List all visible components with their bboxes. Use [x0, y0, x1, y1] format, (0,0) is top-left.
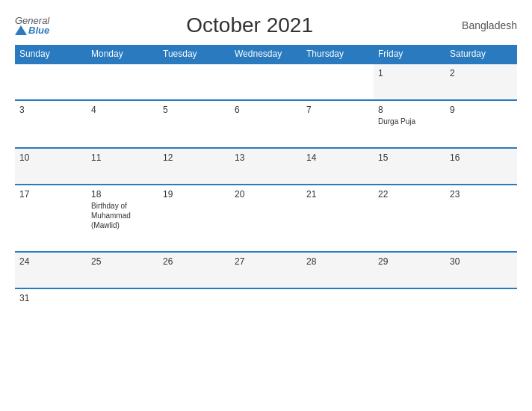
day-number: 5 [163, 105, 226, 115]
calendar-cell: 1 [374, 64, 445, 100]
calendar-cell: 18Birthday of Muhammad (Mawlid) [87, 185, 158, 252]
calendar-cell [15, 64, 87, 100]
calendar-cell: 15 [374, 148, 445, 185]
day-number: 14 [306, 152, 369, 163]
day-number: 15 [378, 152, 441, 163]
day-number: 25 [91, 256, 154, 267]
col-saturday: Saturday [445, 45, 517, 64]
day-number: 26 [163, 256, 226, 267]
day-number: 12 [163, 152, 226, 163]
logo-triangle-icon [15, 25, 27, 35]
calendar-cell: 28 [302, 252, 374, 288]
calendar-cell: 6 [230, 100, 302, 148]
calendar-cell [158, 64, 230, 100]
calendar-week-row: 12 [15, 64, 517, 100]
calendar-table: Sunday Monday Tuesday Wednesday Thursday… [15, 45, 517, 324]
day-number: 7 [306, 105, 369, 115]
day-number: 23 [450, 189, 513, 200]
calendar-cell: 11 [87, 148, 158, 185]
calendar-cell [87, 64, 158, 100]
calendar-cell: 23 [445, 185, 517, 252]
day-number: 8 [378, 105, 441, 115]
day-number: 18 [91, 189, 154, 200]
day-number: 10 [19, 152, 82, 163]
calendar-body: 12345678Durga Puja9101112131415161718Bir… [15, 64, 517, 324]
calendar-cell: 20 [230, 185, 302, 252]
day-number: 16 [450, 152, 513, 163]
calendar-cell: 4 [87, 100, 158, 148]
calendar-week-row: 10111213141516 [15, 148, 517, 185]
day-number: 1 [378, 68, 441, 78]
calendar-header: Sunday Monday Tuesday Wednesday Thursday… [15, 45, 517, 64]
weekday-header-row: Sunday Monday Tuesday Wednesday Thursday… [15, 45, 517, 64]
calendar-week-row: 24252627282930 [15, 252, 517, 288]
calendar-title: October 2021 [49, 13, 450, 37]
calendar-cell: 26 [158, 252, 230, 288]
day-number: 22 [378, 189, 441, 200]
calendar-cell: 5 [158, 100, 230, 148]
calendar-cell: 22 [374, 185, 445, 252]
calendar-cell: 14 [302, 148, 374, 185]
day-number: 20 [235, 189, 297, 200]
calendar-cell: 29 [374, 252, 445, 288]
calendar-cell: 2 [445, 64, 517, 100]
calendar-cell: 8Durga Puja [374, 100, 445, 148]
calendar-cell [302, 288, 374, 324]
calendar-cell [374, 288, 445, 324]
day-number: 19 [163, 189, 226, 200]
logo-blue-text: Blue [15, 25, 49, 35]
logo: General Blue [15, 16, 49, 35]
holiday-label: Birthday of Muhammad (Mawlid) [91, 201, 154, 230]
day-number: 4 [91, 105, 154, 115]
calendar-cell [445, 288, 517, 324]
calendar-cell: 25 [87, 252, 158, 288]
header: General Blue October 2021 Bangladesh [15, 13, 517, 37]
day-number: 2 [450, 68, 513, 78]
calendar-cell: 16 [445, 148, 517, 185]
calendar-cell: 7 [302, 100, 374, 148]
day-number: 17 [19, 189, 82, 200]
calendar-week-row: 31 [15, 288, 517, 324]
calendar-cell: 10 [15, 148, 87, 185]
calendar-week-row: 345678Durga Puja9 [15, 100, 517, 148]
calendar-cell: 30 [445, 252, 517, 288]
calendar-page: General Blue October 2021 Bangladesh Sun… [0, 0, 532, 411]
day-number: 3 [19, 105, 82, 115]
calendar-cell: 3 [15, 100, 87, 148]
calendar-week-row: 1718Birthday of Muhammad (Mawlid)1920212… [15, 185, 517, 252]
col-thursday: Thursday [302, 45, 374, 64]
day-number: 29 [378, 256, 441, 267]
calendar-cell: 9 [445, 100, 517, 148]
day-number: 9 [450, 105, 513, 115]
calendar-cell: 17 [15, 185, 87, 252]
calendar-cell: 19 [158, 185, 230, 252]
day-number: 30 [450, 256, 513, 267]
calendar-cell [158, 288, 230, 324]
calendar-cell: 13 [230, 148, 302, 185]
day-number: 28 [306, 256, 369, 267]
col-wednesday: Wednesday [230, 45, 302, 64]
calendar-cell: 21 [302, 185, 374, 252]
day-number: 11 [91, 152, 154, 163]
calendar-cell: 12 [158, 148, 230, 185]
calendar-cell [87, 288, 158, 324]
col-monday: Monday [87, 45, 158, 64]
day-number: 31 [19, 293, 82, 303]
day-number: 24 [19, 256, 82, 267]
day-number: 21 [306, 189, 369, 200]
calendar-cell [230, 288, 302, 324]
holiday-label: Durga Puja [378, 117, 441, 126]
day-number: 6 [235, 105, 297, 115]
col-friday: Friday [374, 45, 445, 64]
calendar-cell: 31 [15, 288, 87, 324]
calendar-cell [302, 64, 374, 100]
calendar-cell [230, 64, 302, 100]
day-number: 27 [235, 256, 297, 267]
col-tuesday: Tuesday [158, 45, 230, 64]
calendar-cell: 27 [230, 252, 302, 288]
country-label: Bangladesh [450, 19, 517, 31]
calendar-cell: 24 [15, 252, 87, 288]
col-sunday: Sunday [15, 45, 87, 64]
day-number: 13 [235, 152, 297, 163]
